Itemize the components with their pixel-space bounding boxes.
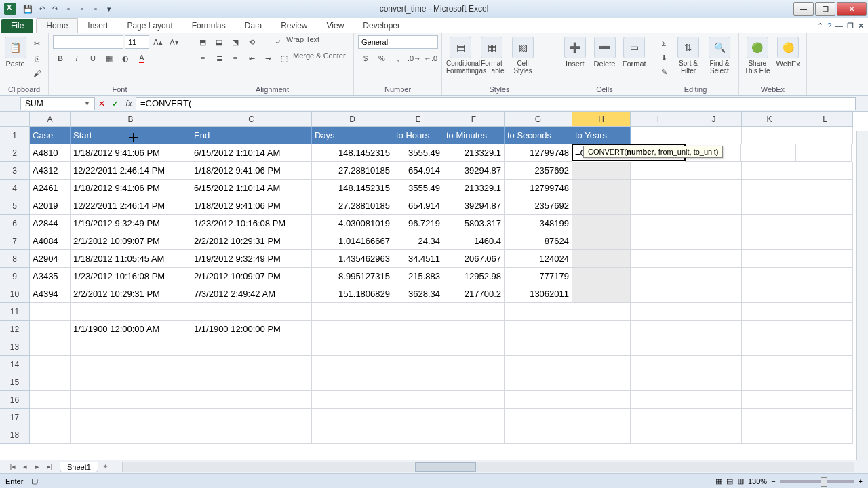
cell[interactable] bbox=[686, 426, 742, 444]
cell[interactable]: A4312 bbox=[30, 162, 71, 180]
close-button[interactable]: ✕ bbox=[837, 2, 867, 16]
cell[interactable] bbox=[393, 373, 443, 391]
row-header-13[interactable]: 13 bbox=[0, 338, 30, 356]
cell[interactable] bbox=[797, 162, 853, 180]
cell[interactable]: 34.4511 bbox=[393, 250, 443, 268]
cell[interactable] bbox=[443, 426, 505, 444]
cell[interactable] bbox=[443, 409, 505, 426]
cell[interactable]: 1/18/2012 11:05:45 AM bbox=[71, 250, 191, 268]
increase-font-icon[interactable]: A▴ bbox=[151, 35, 165, 49]
clear-icon[interactable]: ✎ bbox=[656, 65, 671, 79]
cell[interactable] bbox=[797, 250, 853, 268]
cell[interactable] bbox=[797, 338, 853, 356]
cell[interactable]: 3555.49 bbox=[393, 144, 443, 162]
cell[interactable] bbox=[742, 250, 797, 268]
window-restore-icon[interactable]: ❐ bbox=[847, 22, 854, 30]
decrease-font-icon[interactable]: A▾ bbox=[167, 35, 182, 49]
align-top-icon[interactable]: ⬒ bbox=[195, 35, 210, 49]
sheet-tab-sheet1[interactable]: Sheet1 bbox=[60, 462, 98, 472]
redo-icon[interactable]: ↷ bbox=[49, 3, 61, 15]
cell[interactable] bbox=[797, 180, 853, 197]
row-header-15[interactable]: 15 bbox=[0, 373, 30, 391]
cell[interactable]: 1/1/1900 12:00:00 AM bbox=[71, 321, 191, 338]
underline-icon[interactable]: U bbox=[85, 52, 100, 65]
row-header-4[interactable]: 4 bbox=[0, 180, 30, 197]
cell[interactable] bbox=[505, 426, 572, 444]
share-file-button[interactable]: 🟢Share This File bbox=[743, 35, 772, 75]
cell[interactable] bbox=[742, 426, 797, 444]
cell[interactable]: 213329.1 bbox=[443, 180, 505, 197]
column-header-A[interactable]: A bbox=[30, 112, 71, 127]
cell[interactable] bbox=[30, 338, 71, 356]
cell[interactable]: 3628.34 bbox=[393, 285, 443, 303]
cell[interactable] bbox=[631, 127, 686, 144]
cell[interactable]: 1/23/2012 10:16:08 PM bbox=[71, 268, 191, 285]
cell[interactable] bbox=[742, 162, 797, 180]
cell[interactable] bbox=[312, 321, 393, 338]
cell[interactable]: 1.014166667 bbox=[312, 232, 393, 250]
cell[interactable] bbox=[686, 162, 742, 180]
row-header-17[interactable]: 17 bbox=[0, 409, 30, 426]
cell[interactable] bbox=[71, 426, 191, 444]
row-header-1[interactable]: 1 bbox=[0, 127, 30, 144]
tab-developer[interactable]: Developer bbox=[353, 19, 410, 33]
cell[interactable] bbox=[797, 215, 853, 232]
cell[interactable] bbox=[71, 373, 191, 391]
cell[interactable] bbox=[572, 180, 631, 197]
vertical-scrollbar[interactable] bbox=[856, 131, 868, 461]
cell[interactable] bbox=[191, 409, 312, 426]
tab-insert[interactable]: Insert bbox=[78, 19, 117, 33]
insert-cells-button[interactable]: ➕Insert bbox=[561, 35, 589, 68]
cell[interactable] bbox=[797, 127, 853, 144]
fill-icon[interactable]: ⬇ bbox=[656, 51, 671, 64]
cell[interactable] bbox=[191, 303, 312, 321]
cell[interactable] bbox=[572, 409, 631, 426]
font-size-combo[interactable]: 11 bbox=[125, 35, 149, 49]
copy-icon[interactable]: ⎘ bbox=[29, 52, 44, 65]
cell[interactable]: 2/1/2012 10:09:07 PM bbox=[191, 268, 312, 285]
format-as-table-button[interactable]: ▦Format as Table bbox=[477, 35, 506, 75]
cell[interactable] bbox=[443, 356, 505, 373]
paste-button[interactable]: 📋 Paste bbox=[4, 35, 26, 68]
cell[interactable] bbox=[505, 303, 572, 321]
webex-button[interactable]: 🟡WebEx bbox=[774, 35, 803, 68]
cell[interactable] bbox=[443, 391, 505, 409]
cell[interactable] bbox=[505, 356, 572, 373]
sort-filter-button[interactable]: ⇅Sort & Filter bbox=[674, 35, 703, 75]
cell[interactable]: 148.1452315 bbox=[312, 144, 393, 162]
cell[interactable] bbox=[312, 356, 393, 373]
cell[interactable] bbox=[686, 303, 742, 321]
cell[interactable] bbox=[443, 303, 505, 321]
view-normal-icon[interactable]: ▦ bbox=[715, 476, 722, 485]
cell[interactable] bbox=[572, 250, 631, 268]
cell[interactable]: 87624 bbox=[505, 232, 572, 250]
cell[interactable]: 1/23/2012 10:16:08 PM bbox=[191, 215, 312, 232]
column-header-C[interactable]: C bbox=[191, 112, 312, 127]
qat-btn[interactable]: ▫ bbox=[90, 3, 102, 15]
cell[interactable] bbox=[30, 391, 71, 409]
cell[interactable] bbox=[71, 409, 191, 426]
cell[interactable] bbox=[191, 391, 312, 409]
cell[interactable] bbox=[686, 391, 742, 409]
increase-indent-icon[interactable]: ⇥ bbox=[260, 52, 275, 65]
align-center-icon[interactable]: ≣ bbox=[212, 52, 226, 65]
cell[interactable] bbox=[686, 232, 742, 250]
cell[interactable]: 1/19/2012 9:32:49 PM bbox=[191, 250, 312, 268]
cell[interactable] bbox=[686, 409, 742, 426]
row-header-10[interactable]: 10 bbox=[0, 285, 30, 303]
cell[interactable] bbox=[686, 268, 742, 285]
cell[interactable] bbox=[631, 303, 686, 321]
orientation-icon[interactable]: ⟲ bbox=[244, 35, 259, 49]
cell[interactable]: 1/18/2012 9:41:06 PM bbox=[71, 180, 191, 197]
align-left-icon[interactable]: ≡ bbox=[195, 52, 210, 65]
help-icon[interactable]: ? bbox=[827, 22, 831, 30]
bold-icon[interactable]: B bbox=[53, 52, 68, 65]
cell-styles-button[interactable]: ▧Cell Styles bbox=[509, 35, 537, 75]
cell[interactable]: 215.883 bbox=[393, 268, 443, 285]
merge-icon[interactable]: ⬚ bbox=[277, 52, 292, 65]
cell[interactable] bbox=[572, 162, 631, 180]
view-break-icon[interactable]: ▥ bbox=[737, 476, 744, 485]
cell[interactable] bbox=[393, 356, 443, 373]
cell[interactable]: 5803.317 bbox=[443, 215, 505, 232]
cell[interactable]: 39294.87 bbox=[443, 162, 505, 180]
